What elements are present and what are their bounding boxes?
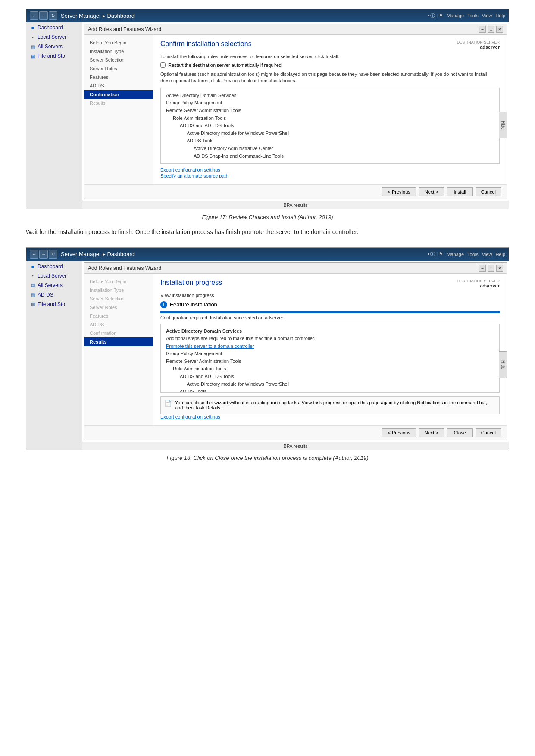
- dashboard-icon: ■: [30, 25, 36, 31]
- feature-adac: Active Directory Administrative Center: [166, 145, 494, 153]
- sidebar-item-allservers-18[interactable]: ▤ All Servers: [26, 281, 82, 290]
- nav-before-you-begin[interactable]: Before You Begin: [84, 38, 153, 47]
- dest-server-18: DESTINATION SERVER adserver: [457, 279, 500, 288]
- bpa-bar-17: BPA results: [82, 201, 509, 209]
- back-button-18[interactable]: ←: [30, 250, 38, 259]
- hide-panel-button-18[interactable]: Hide: [499, 351, 507, 378]
- figure17-caption: Figure 17: Review Choices and Install (A…: [26, 214, 509, 220]
- sidebar-item-dashboard[interactable]: ■ Dashboard: [26, 23, 82, 32]
- nav-server-selection-18[interactable]: Server Selection: [84, 294, 153, 303]
- nav-adds[interactable]: AD DS: [84, 81, 153, 90]
- nav-adds-18[interactable]: AD DS: [84, 320, 153, 329]
- nav-buttons-18[interactable]: ← → ↻: [30, 250, 57, 259]
- sm-title-17: Server Manager ▸ Dashboard: [61, 12, 424, 19]
- export-config-link-18[interactable]: Export configuration settings: [160, 414, 500, 419]
- feature-adds-tools-18: AD DS Tools: [166, 388, 494, 392]
- refresh-button-18[interactable]: ↻: [49, 250, 57, 259]
- next-button[interactable]: Next >: [419, 187, 444, 196]
- manage-menu-18[interactable]: Manage: [447, 252, 464, 257]
- maximize-button-18[interactable]: □: [488, 265, 494, 272]
- wizard-controls-18[interactable]: – □ ✕: [479, 265, 503, 272]
- sidebar-item-filesto[interactable]: ▨ File and Sto: [26, 51, 82, 61]
- nav-installation-type-18[interactable]: Installation Type: [84, 286, 153, 294]
- nav-confirmation-18[interactable]: Confirmation: [84, 329, 153, 337]
- forward-button-18[interactable]: →: [39, 250, 48, 259]
- prev-button2[interactable]: < Previous: [382, 428, 416, 437]
- forward-button[interactable]: →: [39, 11, 48, 20]
- feature-adds: Active Directory Domain Services: [166, 92, 494, 100]
- nav-features[interactable]: Features: [84, 73, 153, 81]
- wizard-content-17: Confirm installation selections DESTINAT…: [153, 35, 507, 184]
- view-menu[interactable]: View: [482, 13, 492, 18]
- feature-snapins: AD DS Snap-Ins and Command-Line Tools: [166, 153, 494, 160]
- install-button[interactable]: Install: [447, 187, 473, 196]
- feature-install-row: i Feature installation: [160, 301, 500, 308]
- bpa-bar-18: BPA results: [82, 442, 509, 450]
- sidebar-label-allservers: All Servers: [38, 44, 63, 50]
- feature-install-label: Feature installation: [170, 301, 217, 308]
- feature-adsteps-18: Additional steps are required to make th…: [166, 335, 494, 343]
- sidebar-item-dashboard-18[interactable]: ■ Dashboard: [26, 262, 82, 271]
- allservers-icon: ▤: [30, 44, 36, 50]
- body-text: Wait for the installation process to fin…: [26, 227, 509, 237]
- promote-link[interactable]: Promote this server to a domain controll…: [166, 343, 494, 350]
- sidebar-item-filesto-18[interactable]: ▨ File and Sto: [26, 300, 82, 309]
- sidebar-item-allservers[interactable]: ▤ All Servers: [26, 42, 82, 51]
- nav-confirmation[interactable]: Confirmation: [84, 90, 153, 99]
- next-button2[interactable]: Next >: [419, 428, 444, 437]
- restart-checkbox-row[interactable]: Restart the destination server automatic…: [160, 62, 500, 68]
- nav-features-18[interactable]: Features: [84, 312, 153, 320]
- adds-icon-18: ▤: [30, 292, 36, 298]
- nav-buttons-17[interactable]: ← → ↻: [30, 11, 57, 20]
- dest-server-17: DESTINATION SERVER adserver: [457, 40, 500, 50]
- cancel-button2[interactable]: Cancel: [476, 428, 501, 437]
- minimize-button-18[interactable]: –: [479, 265, 486, 272]
- alternate-source-link[interactable]: Specify an alternate source path: [160, 173, 500, 178]
- tools-menu[interactable]: Tools: [467, 13, 479, 18]
- dest-server-label-18: DESTINATION SERVER: [457, 279, 500, 283]
- close-button[interactable]: Close: [447, 428, 473, 437]
- nav-results[interactable]: Results: [84, 99, 153, 107]
- maximize-button-17[interactable]: □: [488, 26, 494, 33]
- features-list-17: Active Directory Domain Services Group P…: [160, 88, 500, 164]
- nav-server-roles[interactable]: Server Roles: [84, 64, 153, 73]
- sm-title-18: Server Manager ▸ Dashboard: [61, 251, 424, 257]
- file-icon: ▨: [30, 53, 36, 59]
- wizard-title-18: Add Roles and Features Wizard: [88, 265, 161, 271]
- close-wizard-18[interactable]: ✕: [496, 265, 503, 272]
- export-config-link[interactable]: Export configuration settings: [160, 167, 500, 172]
- restart-checkbox[interactable]: [160, 62, 166, 68]
- sidebar-label-localserver: Local Server: [38, 34, 66, 40]
- dashboard-icon-18: ■: [30, 263, 36, 269]
- refresh-button[interactable]: ↻: [49, 11, 57, 20]
- nav-server-roles-18[interactable]: Server Roles: [84, 303, 153, 312]
- wizard-titlebar-18: Add Roles and Features Wizard – □ ✕: [84, 263, 507, 274]
- help-menu-18[interactable]: Help: [495, 252, 505, 257]
- sidebar-item-localserver-18[interactable]: ▪ Local Server: [26, 271, 82, 281]
- prev-button[interactable]: < Previous: [382, 187, 416, 196]
- feature-rsat-18: Remote Server Administration Tools: [166, 358, 494, 366]
- manage-menu[interactable]: Manage: [447, 13, 464, 18]
- hide-panel-button-17[interactable]: Hide: [499, 112, 507, 139]
- feature-admodule: Active Directory module for Windows Powe…: [166, 130, 494, 137]
- minimize-button-17[interactable]: –: [479, 26, 486, 33]
- nav-installation-type[interactable]: Installation Type: [84, 47, 153, 56]
- sidebar-item-adds-18[interactable]: ▤ AD DS: [26, 290, 82, 300]
- sidebar-item-localserver[interactable]: ▪ Local Server: [26, 32, 82, 42]
- wizard-footer-17: < Previous Next > Install Cancel: [84, 184, 507, 199]
- allservers-icon-18: ▤: [30, 282, 36, 288]
- back-button[interactable]: ←: [30, 11, 38, 20]
- view-menu-18[interactable]: View: [482, 252, 492, 257]
- wizard-section-title-17: Confirm installation selections: [160, 40, 252, 48]
- nav-results-18[interactable]: Results: [84, 337, 153, 346]
- cancel-button[interactable]: Cancel: [476, 187, 501, 196]
- feature-role-admin-18: Role Administration Tools: [166, 365, 494, 373]
- feature-gpm-18: Group Policy Management: [166, 350, 494, 358]
- feature-adds-tools: AD DS Tools: [166, 137, 494, 145]
- nav-server-selection[interactable]: Server Selection: [84, 56, 153, 64]
- wizard-controls-17[interactable]: – □ ✕: [479, 26, 503, 33]
- close-wizard-17[interactable]: ✕: [496, 26, 503, 33]
- nav-before-you-begin-18[interactable]: Before You Begin: [84, 277, 153, 286]
- tools-menu-18[interactable]: Tools: [467, 252, 479, 257]
- help-menu[interactable]: Help: [495, 13, 505, 18]
